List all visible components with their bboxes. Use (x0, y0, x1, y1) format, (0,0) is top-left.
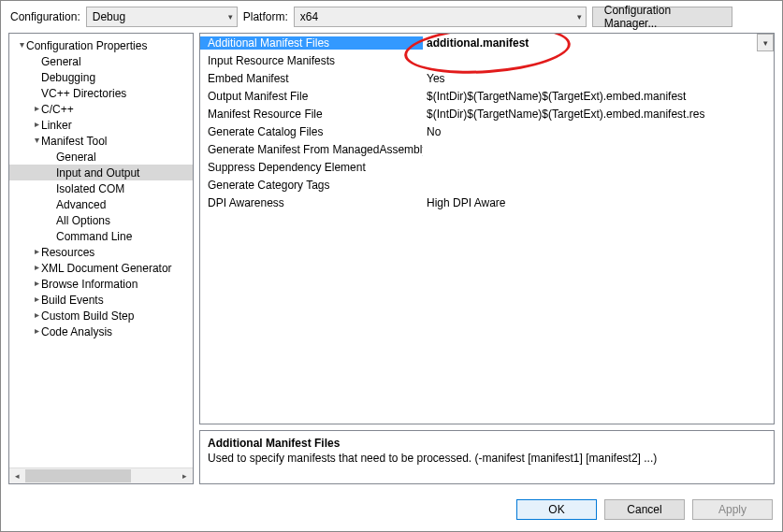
tree-node[interactable]: ▸Browse Information (9, 276, 193, 292)
tree-node-label: Build Events (41, 294, 104, 307)
expander-closed-icon[interactable]: ▸ (32, 278, 41, 288)
right-panel: Additional Manifest Filesadditional.mani… (199, 33, 775, 484)
nav-tree[interactable]: ▾Configuration PropertiesGeneralDebuggin… (9, 34, 193, 467)
property-name: DPI Awareness (200, 196, 423, 209)
tree-node-label: General (41, 55, 81, 68)
tree-node-label: Code Analysis (41, 325, 112, 338)
tree-node[interactable]: Debugging (9, 69, 193, 85)
tree-node-label: VC++ Directories (41, 87, 126, 100)
chevron-down-icon: ▾ (577, 12, 582, 22)
expander-closed-icon[interactable]: ▸ (32, 325, 41, 336)
tree-node-label: Configuration Properties (26, 39, 147, 52)
tree-node-label: Resources (41, 246, 94, 259)
property-name: Additional Manifest Files (200, 36, 423, 50)
expander-open-icon[interactable]: ▾ (32, 135, 41, 145)
expander-closed-icon[interactable]: ▸ (32, 119, 41, 129)
tree-node[interactable]: ▾Manifest Tool (9, 133, 193, 149)
tree-node-label: Debugging (41, 71, 95, 84)
tree-node-label: Browse Information (41, 278, 138, 291)
tree-node[interactable]: Isolated COM (9, 180, 193, 196)
property-name: Generate Catalog Files (200, 125, 423, 138)
dialog-buttons: OK Cancel Apply (1, 492, 782, 531)
cancel-button[interactable]: Cancel (604, 499, 685, 520)
tree-node-label: Manifest Tool (41, 135, 107, 148)
property-value[interactable]: $(IntDir)$(TargetName)$(TargetExt).embed… (423, 108, 774, 121)
tree-node[interactable]: All Options (9, 212, 193, 228)
property-name: Input Resource Manifests (200, 54, 423, 67)
tree-node-label: Isolated COM (56, 182, 124, 195)
expander-closed-icon[interactable]: ▸ (32, 309, 41, 320)
property-row[interactable]: Manifest Resource File$(IntDir)$(TargetN… (200, 105, 774, 122)
tree-node-label: Custom Build Step (41, 309, 134, 323)
tree-node[interactable]: ▸Resources (9, 244, 193, 260)
property-value[interactable]: No (423, 125, 774, 138)
tree-horizontal-scrollbar[interactable]: ◂ ▸ (9, 467, 193, 483)
tree-node[interactable]: General (9, 53, 193, 69)
tree-node[interactable]: ▸Code Analysis (9, 324, 193, 339)
tree-node[interactable]: VC++ Directories (9, 85, 193, 101)
property-name: Generate Category Tags (200, 179, 423, 192)
tree-node[interactable]: Advanced (9, 196, 193, 212)
tree-node-label: C/C++ (41, 103, 74, 116)
ok-button[interactable]: OK (516, 499, 597, 520)
property-row[interactable]: Generate Catalog FilesNo (200, 122, 774, 140)
tree-node-label: Advanced (56, 198, 106, 211)
tree-node-label: Input and Output (56, 166, 139, 180)
tree-node[interactable]: ▸C/C++ (9, 101, 193, 117)
description-body: Used to specify manifests that need to b… (208, 452, 766, 465)
expander-open-icon[interactable]: ▾ (17, 39, 26, 50)
property-row[interactable]: Additional Manifest Filesadditional.mani… (200, 34, 774, 51)
tree-node[interactable]: ▸Linker (9, 117, 193, 133)
property-pages-dialog: Configuration: Debug ▾ Platform: x64 ▾ C… (0, 0, 783, 532)
scroll-right-icon[interactable]: ▸ (177, 468, 193, 484)
description-title: Additional Manifest Files (208, 437, 766, 450)
apply-button[interactable]: Apply (692, 499, 773, 520)
configuration-combo[interactable]: Debug ▾ (86, 7, 238, 27)
tree-node-label: General (56, 151, 96, 164)
property-name: Suppress Dependency Element (200, 161, 423, 174)
property-row[interactable]: Suppress Dependency Element (200, 158, 774, 176)
expander-closed-icon[interactable]: ▸ (32, 294, 41, 304)
top-toolbar: Configuration: Debug ▾ Platform: x64 ▾ C… (1, 1, 782, 33)
expander-closed-icon[interactable]: ▸ (32, 246, 41, 256)
tree-node-label: Linker (41, 119, 72, 132)
property-row[interactable]: Generate Manifest From ManagedAssembly (200, 140, 774, 158)
property-name: Output Manifest File (200, 90, 423, 103)
tree-node[interactable]: ▸Build Events (9, 292, 193, 308)
property-name: Embed Manifest (200, 72, 423, 85)
dropdown-button-icon[interactable]: ▾ (757, 34, 774, 51)
configuration-label: Configuration: (10, 10, 80, 23)
tree-node[interactable]: ▸Custom Build Step (9, 308, 193, 324)
tree-node[interactable]: Command Line (9, 228, 193, 244)
property-value[interactable]: $(IntDir)$(TargetName)$(TargetExt).embed… (423, 90, 774, 103)
expander-closed-icon[interactable]: ▸ (32, 103, 41, 113)
chevron-down-icon: ▾ (228, 12, 233, 22)
tree-node[interactable]: ▾Configuration Properties (9, 37, 193, 53)
left-panel: ▾Configuration PropertiesGeneralDebuggin… (8, 33, 194, 484)
description-panel: Additional Manifest Files Used to specif… (199, 430, 775, 484)
property-grid[interactable]: Additional Manifest Filesadditional.mani… (199, 33, 775, 424)
tree-node-label: XML Document Generator (41, 262, 172, 275)
property-row[interactable]: Input Resource Manifests (200, 51, 774, 69)
configuration-manager-button[interactable]: Configuration Manager... (592, 7, 732, 27)
property-value[interactable]: additional.manifest (423, 36, 757, 50)
property-name: Manifest Resource File (200, 108, 423, 121)
tree-node[interactable]: General (9, 149, 193, 165)
property-row[interactable]: Generate Category Tags (200, 176, 774, 194)
scroll-left-icon[interactable]: ◂ (9, 468, 25, 484)
property-row[interactable]: Embed ManifestYes (200, 69, 774, 87)
expander-closed-icon[interactable]: ▸ (32, 262, 41, 272)
scroll-thumb[interactable] (25, 469, 131, 482)
property-value[interactable]: High DPI Aware (423, 196, 774, 209)
property-value[interactable]: Yes (423, 72, 774, 85)
property-name: Generate Manifest From ManagedAssembly (200, 143, 423, 156)
tree-node[interactable]: Input and Output (9, 165, 193, 180)
property-row[interactable]: DPI AwarenessHigh DPI Aware (200, 194, 774, 211)
tree-node-label: Command Line (56, 230, 132, 243)
platform-label: Platform: (243, 10, 288, 23)
platform-combo[interactable]: x64 ▾ (294, 7, 587, 27)
platform-value: x64 (300, 10, 318, 23)
scroll-track[interactable] (25, 468, 177, 483)
property-row[interactable]: Output Manifest File$(IntDir)$(TargetNam… (200, 87, 774, 105)
tree-node[interactable]: ▸XML Document Generator (9, 260, 193, 276)
